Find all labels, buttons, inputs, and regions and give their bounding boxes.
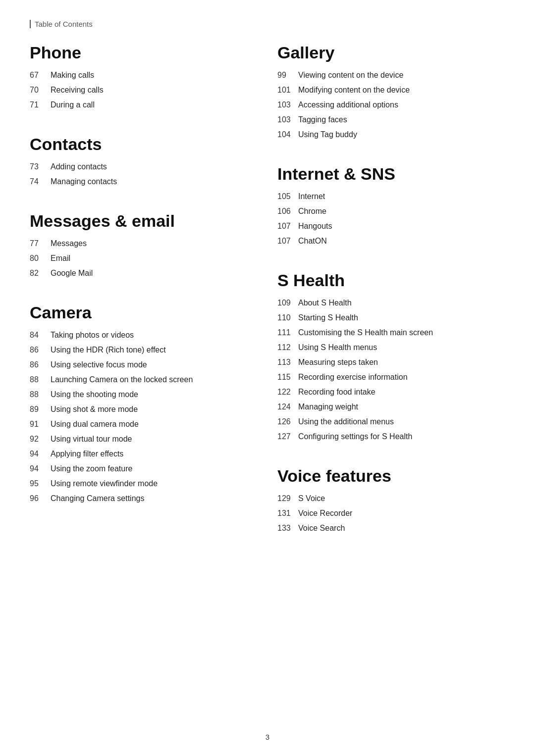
toc-number: 99 xyxy=(277,69,298,81)
toc-entry: 96Changing Camera settings xyxy=(30,493,248,504)
section-s-health: S Health109About S Health110Starting S H… xyxy=(277,271,505,443)
toc-number: 89 xyxy=(30,403,51,415)
toc-text: Taking photos or videos xyxy=(51,329,134,341)
right-column: Gallery99Viewing content on the device10… xyxy=(268,43,505,558)
toc-number: 74 xyxy=(30,176,51,188)
left-column: Phone67Making calls70Receiving calls71Du… xyxy=(30,43,268,558)
toc-number: 104 xyxy=(277,129,298,141)
toc-text: Using the zoom feature xyxy=(51,463,132,475)
toc-number: 95 xyxy=(30,478,51,490)
toc-entry: 133Voice Search xyxy=(277,522,505,534)
toc-number: 111 xyxy=(277,327,298,339)
toc-entry: 86Using selective focus mode xyxy=(30,359,248,371)
toc-entry: 103Tagging faces xyxy=(277,114,505,126)
toc-entry: 112Using S Health menus xyxy=(277,342,505,353)
toc-entry: 99Viewing content on the device xyxy=(277,69,505,81)
toc-entry: 109About S Health xyxy=(277,297,505,309)
section-messages---email: Messages & email77Messages80Email82Googl… xyxy=(30,211,248,279)
toc-text: S Voice xyxy=(298,493,325,504)
toc-number: 103 xyxy=(277,99,298,111)
toc-entry: 67Making calls xyxy=(30,69,248,81)
toc-entry: 105Internet xyxy=(277,191,505,202)
toc-text: Making calls xyxy=(51,69,94,81)
toc-number: 106 xyxy=(277,205,298,217)
toc-number: 91 xyxy=(30,418,51,430)
toc-text: Chrome xyxy=(298,205,326,217)
toc-entry: 126Using the additional menus xyxy=(277,416,505,428)
toc-entry: 111Customising the S Health main screen xyxy=(277,327,505,339)
section-contacts: Contacts73Adding contacts74Managing cont… xyxy=(30,135,248,188)
toc-number: 92 xyxy=(30,433,51,445)
toc-number: 122 xyxy=(277,386,298,398)
toc-number: 129 xyxy=(277,493,298,504)
toc-number: 71 xyxy=(30,99,51,111)
toc-entry: 95Using remote viewfinder mode xyxy=(30,478,248,490)
toc-text: Customising the S Health main screen xyxy=(298,327,433,339)
toc-text: ChatON xyxy=(298,235,327,247)
toc-number: 88 xyxy=(30,389,51,401)
toc-entry: 84Taking photos or videos xyxy=(30,329,248,341)
toc-text: Hangouts xyxy=(298,220,332,232)
toc-text: Managing contacts xyxy=(51,176,117,188)
toc-number: 126 xyxy=(277,416,298,428)
toc-text: Using virtual tour mode xyxy=(51,433,132,445)
toc-entry: 103Accessing additional options xyxy=(277,99,505,111)
toc-number: 107 xyxy=(277,220,298,232)
toc-entry: 113Measuring steps taken xyxy=(277,356,505,368)
toc-text: Using the additional menus xyxy=(298,416,394,428)
toc-text: Starting S Health xyxy=(298,312,358,324)
toc-entry: 86Using the HDR (Rich tone) effect xyxy=(30,344,248,356)
toc-text: Changing Camera settings xyxy=(51,493,144,504)
toc-text: Using remote viewfinder mode xyxy=(51,478,158,490)
toc-number: 133 xyxy=(277,522,298,534)
toc-entry: 94Using the zoom feature xyxy=(30,463,248,475)
toc-number: 86 xyxy=(30,344,51,356)
toc-number: 77 xyxy=(30,238,51,250)
toc-number: 88 xyxy=(30,374,51,386)
toc-entry: 77Messages xyxy=(30,238,248,250)
toc-entry: 73Adding contacts xyxy=(30,161,248,173)
toc-number: 73 xyxy=(30,161,51,173)
toc-entry: 101Modifying content on the device xyxy=(277,84,505,96)
toc-number: 103 xyxy=(277,114,298,126)
toc-text: Google Mail xyxy=(51,267,93,279)
two-column-layout: Phone67Making calls70Receiving calls71Du… xyxy=(30,43,505,558)
toc-number: 82 xyxy=(30,267,51,279)
toc-number: 101 xyxy=(277,84,298,96)
toc-number: 112 xyxy=(277,342,298,353)
toc-entry: 74Managing contacts xyxy=(30,176,248,188)
toc-number: 96 xyxy=(30,493,51,504)
toc-text: Messages xyxy=(51,238,87,250)
toc-entry: 82Google Mail xyxy=(30,267,248,279)
toc-text: Using the shooting mode xyxy=(51,389,138,401)
toc-text: Using Tag buddy xyxy=(298,129,357,141)
toc-entry: 88Launching Camera on the locked screen xyxy=(30,374,248,386)
section-internet---sns: Internet & SNS105Internet106Chrome107Han… xyxy=(277,164,505,247)
section-title: Contacts xyxy=(30,135,248,154)
section-voice-features: Voice features129S Voice131Voice Recorde… xyxy=(277,466,505,534)
toc-text: Using shot & more mode xyxy=(51,403,138,415)
toc-text: During a call xyxy=(51,99,95,111)
toc-number: 84 xyxy=(30,329,51,341)
toc-text: Launching Camera on the locked screen xyxy=(51,374,193,386)
toc-number: 115 xyxy=(277,371,298,383)
toc-number: 109 xyxy=(277,297,298,309)
toc-entry: 106Chrome xyxy=(277,205,505,217)
toc-text: Using dual camera mode xyxy=(51,418,139,430)
toc-entry: 104Using Tag buddy xyxy=(277,129,505,141)
toc-text: Using the HDR (Rich tone) effect xyxy=(51,344,166,356)
toc-text: About S Health xyxy=(298,297,352,309)
toc-number: 113 xyxy=(277,356,298,368)
toc-text: Tagging faces xyxy=(298,114,347,126)
toc-text: Using selective focus mode xyxy=(51,359,147,371)
toc-text: Internet xyxy=(298,191,325,202)
toc-text: Voice Recorder xyxy=(298,507,352,519)
toc-number: 86 xyxy=(30,359,51,371)
toc-text: Voice Search xyxy=(298,522,345,534)
toc-text: Recording exercise information xyxy=(298,371,408,383)
toc-entry: 94Applying filter effects xyxy=(30,448,248,460)
section-title: Phone xyxy=(30,43,248,62)
toc-number: 110 xyxy=(277,312,298,324)
toc-text: Modifying content on the device xyxy=(298,84,410,96)
toc-text: Using S Health menus xyxy=(298,342,377,353)
